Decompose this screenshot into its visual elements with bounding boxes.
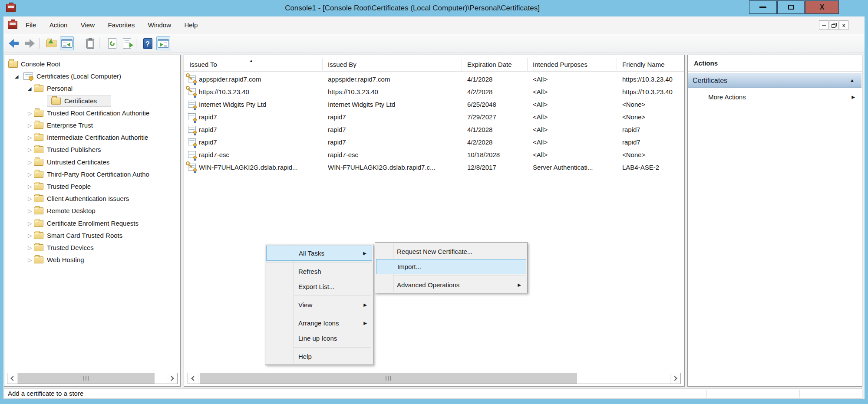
collapse-arrow-icon[interactable]: ◢ — [28, 82, 31, 95]
tree-item-label: Intermediate Certification Authoritie — [47, 131, 148, 144]
certificate-row-rapid7[interactable]: rapid7rapid77/29/2027<All><None> — [184, 111, 685, 123]
certificate-row-appspider-rapid7-com[interactable]: appspider.rapid7.comappspider.rapid7.com… — [184, 73, 685, 85]
expand-arrow-icon[interactable]: ▷ — [28, 181, 32, 193]
context-menu-item-view[interactable]: View▶ — [266, 297, 372, 312]
tree-item-console-root[interactable]: Console Root — [4, 58, 181, 70]
tree-horizontal-scrollbar[interactable] — [7, 373, 178, 384]
chevron-right-icon — [672, 376, 677, 381]
context-menu-item-refresh[interactable]: Refresh — [266, 264, 372, 279]
menu-help[interactable]: Help — [178, 16, 203, 34]
maximize-button[interactable] — [777, 0, 805, 14]
expand-arrow-icon[interactable]: ▷ — [28, 168, 32, 181]
certificate-row-rapid7[interactable]: rapid7rapid74/1/2028<All>rapid7 — [184, 123, 685, 136]
child-minimize-button[interactable] — [819, 20, 828, 30]
column-header-intended-purposes[interactable]: Intended Purposes — [528, 58, 617, 72]
tree-item-label: Untrusted Certificates — [47, 156, 109, 168]
more-actions-item[interactable]: More Actions ▶ — [688, 91, 862, 104]
menu-item-label: Request New Certificate... — [397, 244, 472, 259]
tree-item-third-party-root-certification-autho[interactable]: ▷Third-Party Root Certification Autho — [4, 168, 181, 181]
scroll-right-button[interactable] — [167, 373, 177, 384]
tree-item-smart-card-trusted-roots[interactable]: ▷Smart Card Trusted Roots — [4, 230, 181, 242]
expand-arrow-icon[interactable]: ▷ — [28, 156, 32, 168]
toolbar-separator — [99, 38, 99, 49]
child-close-button[interactable]: x — [839, 20, 848, 30]
expand-arrow-icon[interactable]: ▷ — [28, 254, 32, 266]
collapse-arrow-icon[interactable]: ◢ — [15, 70, 18, 82]
child-restore-button[interactable] — [829, 20, 838, 30]
tree-item-certificates[interactable]: Certificates — [4, 95, 181, 107]
expand-arrow-icon[interactable]: ▷ — [28, 119, 32, 131]
refresh-button[interactable] — [105, 36, 119, 50]
certificate-row-rapid7-esc[interactable]: rapid7-escrapid7-esc10/18/2028<All><None… — [184, 148, 685, 161]
column-header-issued-to[interactable]: Issued To▲ — [184, 58, 323, 72]
tree-item-trusted-people[interactable]: ▷Trusted People — [4, 181, 181, 193]
scrollbar-thumb[interactable] — [18, 373, 155, 384]
tree-item-label: Smart Card Trusted Roots — [47, 230, 122, 242]
context-menu-item-export-list[interactable]: Export List... — [266, 279, 372, 294]
scroll-left-button[interactable] — [188, 373, 198, 384]
expand-arrow-icon[interactable]: ▷ — [28, 144, 32, 156]
show-console-tree-button[interactable] — [60, 36, 74, 50]
minimize-button[interactable] — [749, 0, 777, 14]
tree-item-enterprise-trust[interactable]: ▷Enterprise Trust — [4, 119, 181, 131]
scrollbar-thumb[interactable] — [200, 373, 577, 384]
back-button[interactable] — [7, 36, 21, 50]
scroll-left-button[interactable] — [7, 373, 18, 384]
menu-view[interactable]: View — [75, 16, 100, 34]
column-header-expiration-date[interactable]: Expiration Date — [462, 58, 528, 72]
action-pane-icon — [158, 39, 169, 48]
certificate-row-win-f7uhlagki2g-dslab-rapid[interactable]: WIN-F7UHLAGKI2G.dslab.rapid...WIN-F7UHLA… — [184, 161, 685, 174]
certificate-row-internet-widgits-pty-ltd[interactable]: Internet Widgits Pty LtdInternet Widgits… — [184, 98, 685, 111]
submenu-item-import[interactable]: Import... — [376, 259, 526, 274]
tree-item-trusted-publishers[interactable]: ▷Trusted Publishers — [4, 144, 181, 156]
cell-expiration-date: 6/25/2048 — [462, 98, 528, 111]
expand-arrow-icon[interactable]: ▷ — [28, 217, 32, 230]
paste-button[interactable] — [83, 36, 97, 50]
expand-arrow-icon[interactable]: ▷ — [28, 193, 32, 205]
menu-window[interactable]: Window — [142, 16, 177, 34]
context-menu-item-arrange-icons[interactable]: Arrange Icons▶ — [266, 315, 372, 331]
tree-item-intermediate-certification-authoritie[interactable]: ▷Intermediate Certification Authoritie — [4, 131, 181, 144]
tree-item-certificate-enrollment-requests[interactable]: ▷Certificate Enrollment Requests — [4, 217, 181, 230]
list-horizontal-scrollbar[interactable] — [188, 373, 681, 384]
tree-item-certificates-local-computer[interactable]: ◢Certificates (Local Computer) — [4, 70, 181, 82]
menu-favorites[interactable]: Favorites — [102, 16, 140, 34]
folder-icon — [34, 159, 43, 166]
close-button[interactable]: X — [805, 0, 839, 14]
certificate-row-https-10-3-23-40[interactable]: https://10.3.23.40https://10.3.23.404/2/… — [184, 85, 685, 98]
collapse-section-icon[interactable]: ▲ — [850, 73, 855, 88]
actions-section-certificates[interactable]: Certificates ▲ — [688, 73, 861, 88]
chevron-right-icon — [169, 376, 174, 381]
scroll-right-button[interactable] — [670, 373, 680, 384]
expand-arrow-icon[interactable]: ▷ — [28, 131, 32, 144]
tree-item-client-authentication-issuers[interactable]: ▷Client Authentication Issuers — [4, 193, 181, 205]
submenu-arrow-icon: ▶ — [851, 91, 855, 104]
submenu-item-request-new-certificate[interactable]: Request New Certificate... — [376, 244, 526, 259]
column-header-friendly-name[interactable]: Friendly Name — [617, 58, 685, 72]
context-menu-item-all-tasks[interactable]: All Tasks▶ — [266, 246, 372, 261]
tree-item-trusted-root-certification-authoritie[interactable]: ▷Trusted Root Certification Authoritie — [4, 107, 181, 119]
cell-expiration-date: 4/1/2028 — [462, 123, 528, 136]
column-header-issued-by[interactable]: Issued By — [323, 58, 462, 72]
expand-arrow-icon[interactable]: ▷ — [28, 107, 32, 119]
context-menu-item-line-up-icons[interactable]: Line up Icons — [266, 331, 372, 346]
tree-item-untrusted-certificates[interactable]: ▷Untrusted Certificates — [4, 156, 181, 168]
folder-icon — [34, 183, 43, 190]
submenu-item-advanced-operations[interactable]: Advanced Operations▶ — [376, 277, 526, 292]
context-menu-item-help[interactable]: Help — [266, 349, 372, 364]
export-list-button[interactable] — [120, 36, 134, 50]
menu-action[interactable]: Action — [44, 16, 73, 34]
forward-button[interactable] — [23, 36, 36, 50]
tree-item-personal[interactable]: ◢Personal — [4, 82, 181, 95]
tree-item-web-hosting[interactable]: ▷Web Hosting — [4, 254, 181, 266]
expand-arrow-icon[interactable]: ▷ — [28, 205, 32, 217]
certificate-row-rapid7[interactable]: rapid7rapid74/2/2028<All>rapid7 — [184, 136, 685, 148]
tree-item-trusted-devices[interactable]: ▷Trusted Devices — [4, 242, 181, 254]
menu-file[interactable]: File — [20, 16, 42, 34]
tree-item-remote-desktop[interactable]: ▷Remote Desktop — [4, 205, 181, 217]
show-action-pane-button[interactable] — [156, 36, 170, 50]
up-one-level-button[interactable] — [44, 36, 58, 50]
help-button[interactable] — [141, 36, 155, 50]
expand-arrow-icon[interactable]: ▷ — [28, 242, 32, 254]
expand-arrow-icon[interactable]: ▷ — [28, 230, 32, 242]
